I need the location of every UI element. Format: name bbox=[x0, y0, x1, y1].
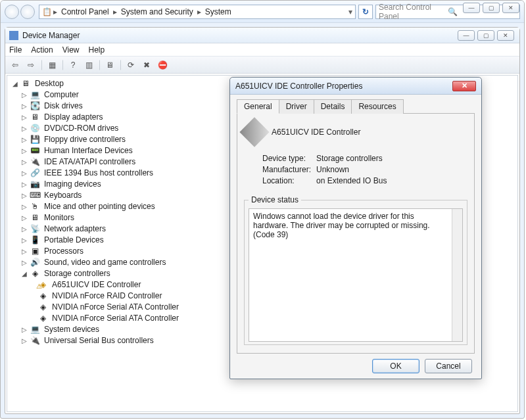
network-icon: 📡 bbox=[30, 224, 40, 235]
dvd-icon: 💿 bbox=[30, 124, 40, 134]
location-label: Location: bbox=[244, 176, 316, 185]
tab-details[interactable]: Details bbox=[314, 99, 352, 114]
toolbar-update-driver-icon[interactable]: ⟳ bbox=[124, 58, 138, 72]
breadcrumb-dropdown-icon[interactable]: ▾ bbox=[348, 7, 352, 16]
device-type-value: Storage controllers bbox=[316, 154, 383, 163]
device-type-label: Device type: bbox=[244, 154, 316, 163]
tree-node-storage[interactable]: ◢◈Storage controllers bbox=[11, 268, 180, 279]
storage-controller-icon: ◈ bbox=[37, 302, 48, 313]
floppy-icon: 💾 bbox=[30, 135, 40, 145]
ide-icon: 🔌 bbox=[30, 157, 40, 168]
tree-node[interactable]: ▷🔊Sound, video and game controllers bbox=[11, 257, 180, 268]
control-panel-icon: 📋 bbox=[42, 7, 52, 16]
menu-action[interactable]: Action bbox=[31, 45, 53, 55]
storage-controller-icon: ◈ bbox=[37, 314, 48, 324]
manufacturer-label: Manufacturer: bbox=[244, 165, 316, 174]
tree-node[interactable]: ▷💿DVD/CD-ROM drives bbox=[11, 123, 180, 134]
menu-bar: File Action View Help bbox=[5, 43, 519, 57]
breadcrumb-item[interactable]: System and Security bbox=[118, 7, 196, 16]
sound-icon: 🔊 bbox=[30, 258, 40, 268]
cpu-icon: ▣ bbox=[30, 246, 40, 257]
tree-node[interactable]: ▷▣Processors bbox=[11, 246, 180, 257]
monitor-icon: 🖥 bbox=[30, 213, 40, 223]
menu-file[interactable]: File bbox=[9, 45, 22, 55]
tree-node[interactable]: ▷💽Disk drives bbox=[11, 101, 180, 112]
tree-node[interactable]: ▷🔌Universal Serial Bus controllers bbox=[11, 335, 180, 346]
tree-node[interactable]: ▷💾Floppy drive controllers bbox=[11, 134, 180, 145]
computer-icon: 💻 bbox=[30, 90, 40, 101]
tree-leaf[interactable]: ◈A651UICV IDE Controller bbox=[11, 279, 180, 291]
search-placeholder: Search Control Panel bbox=[379, 3, 448, 21]
dialog-titlebar[interactable]: A651UICV IDE Controller Properties ✕ bbox=[230, 78, 481, 95]
explorer-window: — ▢ ✕ 📋 ▸ Control Panel ▸ System and Sec… bbox=[0, 0, 525, 419]
toolbar-uninstall-icon[interactable]: ✖ bbox=[139, 58, 154, 72]
device-tree: ◢🖥Desktop ▷💻Computer ▷💽Disk drives ▷🖥Dis… bbox=[7, 76, 184, 411]
tab-driver[interactable]: Driver bbox=[279, 99, 314, 114]
nav-forward-button[interactable] bbox=[20, 5, 35, 19]
toolbar-help-icon[interactable]: ? bbox=[66, 58, 80, 72]
tab-pane-general: A651UICV IDE Controller Device type:Stor… bbox=[237, 114, 475, 354]
ok-button[interactable]: OK bbox=[372, 359, 419, 373]
nav-back-button[interactable] bbox=[5, 5, 19, 19]
toolbar: ⇦ ⇨ ▦ ? ▥ 🖥 ⟳ ✖ ⛔ bbox=[5, 57, 519, 74]
system-icon: 💻 bbox=[30, 325, 40, 335]
storage-controller-icon: ◈ bbox=[37, 280, 48, 291]
tree-node[interactable]: ▷🖥Monitors bbox=[11, 212, 180, 223]
desktop-icon: 🖥 bbox=[20, 79, 31, 89]
device-status-text[interactable]: Windows cannot load the device driver fo… bbox=[249, 208, 463, 342]
storage-controller-icon: ◈ bbox=[37, 291, 48, 302]
tree-node[interactable]: ▷📟Human Interface Devices bbox=[11, 145, 180, 156]
toolbar-forward-icon[interactable]: ⇨ bbox=[24, 58, 38, 72]
tree-node[interactable]: ▷🖥Display adapters bbox=[11, 112, 180, 123]
device-name: A651UICV IDE Controller bbox=[272, 128, 360, 137]
breadcrumb-path[interactable]: 📋 ▸ Control Panel ▸ System and Security … bbox=[39, 5, 356, 19]
device-manager-icon bbox=[9, 31, 18, 40]
tree-node[interactable]: ▷🔗IEEE 1394 Bus host controllers bbox=[11, 168, 180, 179]
manufacturer-value: Unknown bbox=[316, 165, 349, 174]
minimize-button[interactable]: — bbox=[458, 30, 475, 41]
toolbar-back-icon[interactable]: ⇦ bbox=[8, 58, 22, 72]
breadcrumb-item[interactable]: System bbox=[203, 7, 234, 16]
tree-node[interactable]: ▷📷Imaging devices bbox=[11, 179, 180, 190]
toolbar-scan-icon[interactable]: 🖥 bbox=[103, 58, 117, 72]
breadcrumb-bar: 📋 ▸ Control Panel ▸ System and Security … bbox=[1, 1, 524, 23]
cancel-button[interactable]: Cancel bbox=[425, 359, 472, 373]
toolbar-disable-icon[interactable]: ⛔ bbox=[155, 58, 170, 72]
close-button[interactable]: ✕ bbox=[502, 3, 519, 13]
menu-help[interactable]: Help bbox=[89, 45, 105, 55]
tab-resources[interactable]: Resources bbox=[351, 99, 403, 114]
maximize-button[interactable]: ▢ bbox=[477, 30, 494, 41]
minimize-button[interactable]: — bbox=[463, 3, 480, 13]
mouse-icon: 🖱 bbox=[30, 202, 40, 212]
refresh-button[interactable]: ↻ bbox=[358, 5, 373, 19]
dialog-body: General Driver Details Resources A651UIC… bbox=[230, 95, 481, 379]
device-manager-body: ◢🖥Desktop ▷💻Computer ▷💽Disk drives ▷🖥Dis… bbox=[7, 75, 518, 412]
tree-node[interactable]: ▷💻System devices bbox=[11, 324, 180, 335]
tree-node[interactable]: ▷🔌IDE ATA/ATAPI controllers bbox=[11, 156, 180, 168]
close-button[interactable]: ✕ bbox=[497, 30, 514, 41]
tree-leaf[interactable]: ◈NVIDIA nForce RAID Controller bbox=[11, 291, 180, 302]
status-scrollbar[interactable] bbox=[452, 209, 462, 341]
tab-general[interactable]: General bbox=[237, 99, 279, 114]
usb-icon: 🔌 bbox=[30, 336, 40, 346]
tab-bar: General Driver Details Resources bbox=[237, 99, 475, 114]
tree-node[interactable]: ▷🖱Mice and other pointing devices bbox=[11, 201, 180, 212]
tree-root[interactable]: ◢🖥Desktop bbox=[11, 78, 180, 89]
device-manager-titlebar: Device Manager bbox=[5, 28, 519, 43]
tree-node[interactable]: ▷💻Computer bbox=[11, 89, 180, 101]
maximize-button[interactable]: ▢ bbox=[483, 3, 500, 13]
tree-leaf[interactable]: ◈NVIDIA nForce Serial ATA Controller bbox=[11, 313, 180, 324]
toolbar-show-hidden-icon[interactable]: ▦ bbox=[45, 58, 59, 72]
disk-icon: 💽 bbox=[30, 101, 40, 112]
keyboard-icon: ⌨ bbox=[30, 191, 40, 201]
tree-node[interactable]: ▷📱Portable Devices bbox=[11, 235, 180, 246]
menu-view[interactable]: View bbox=[62, 45, 80, 55]
tree-node[interactable]: ▷📡Network adapters bbox=[11, 223, 180, 235]
breadcrumb-item[interactable]: Control Panel bbox=[59, 7, 112, 16]
dialog-close-button[interactable]: ✕ bbox=[452, 81, 476, 91]
portable-icon: 📱 bbox=[30, 235, 40, 246]
toolbar-properties-icon[interactable]: ▥ bbox=[82, 58, 96, 72]
subwindow-controls: — ▢ ✕ bbox=[458, 30, 514, 41]
tree-leaf[interactable]: ◈NVIDIA nForce Serial ATA Controller bbox=[11, 302, 180, 313]
tree-node[interactable]: ▷⌨Keyboards bbox=[11, 190, 180, 201]
